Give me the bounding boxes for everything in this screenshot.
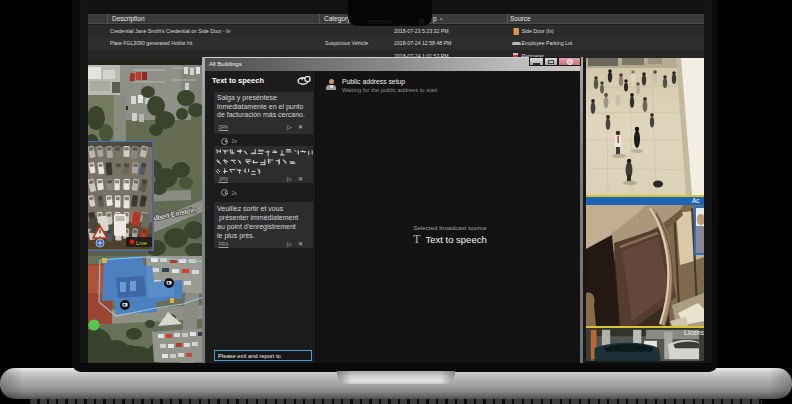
svg-text:Live: Live [136,240,148,246]
